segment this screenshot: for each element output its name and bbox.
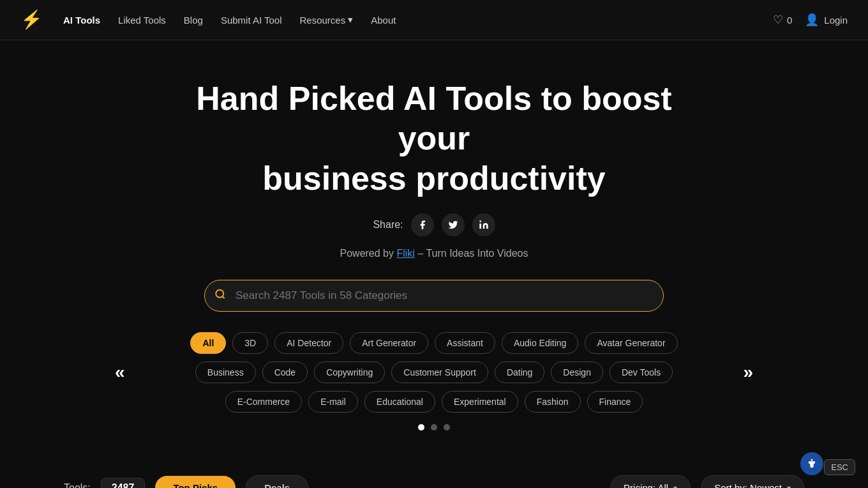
accessibility-icon[interactable] xyxy=(800,452,823,475)
nav-resources[interactable]: Resources ▾ xyxy=(300,14,354,26)
powered-by: Powered by Fliki – Turn Ideas Into Video… xyxy=(13,248,855,259)
category-finance[interactable]: Finance xyxy=(587,391,643,413)
twitter-share-icon[interactable] xyxy=(442,213,465,236)
linkedin-share-icon[interactable] xyxy=(472,213,495,236)
pricing-chevron-icon: ▾ xyxy=(673,484,677,488)
heart-icon: ♡ xyxy=(773,13,783,27)
category-ecommerce[interactable]: E-Commerce xyxy=(225,391,302,413)
tools-label: Tools: xyxy=(64,482,91,488)
nav-about[interactable]: About xyxy=(371,15,396,26)
sort-chevron-icon: ▾ xyxy=(787,484,791,488)
top-picks-button[interactable]: Top Picks xyxy=(155,476,236,488)
fliki-link[interactable]: Fliki xyxy=(396,248,414,259)
sort-dropdown[interactable]: Sort by: Newest ▾ xyxy=(701,475,804,488)
category-avatar-generator[interactable]: Avatar Generator xyxy=(585,332,677,354)
deals-button[interactable]: Deals xyxy=(246,475,308,488)
category-dating[interactable]: Dating xyxy=(495,362,544,383)
svg-line-2 xyxy=(222,296,224,298)
chevron-down-icon: ▾ xyxy=(348,14,353,26)
nav-right: ♡ 0 👤 Login xyxy=(773,13,848,27)
svg-point-0 xyxy=(479,221,481,223)
dot-1[interactable] xyxy=(418,424,424,431)
category-design[interactable]: Design xyxy=(551,362,603,383)
hero-title: Hand Picked AI Tools to boost your busin… xyxy=(179,79,689,198)
category-educational[interactable]: Educational xyxy=(364,391,435,413)
svg-point-1 xyxy=(216,290,223,298)
category-email[interactable]: E-mail xyxy=(308,391,358,413)
search-input[interactable] xyxy=(204,280,664,312)
categories-row-2: Business Code Copywriting Customer Suppo… xyxy=(140,362,728,383)
nav-submit-ai-tool[interactable]: Submit AI Tool xyxy=(221,15,282,26)
category-ai-detector[interactable]: AI Detector xyxy=(274,332,343,354)
logo[interactable]: ⚡ xyxy=(20,11,43,29)
user-icon: 👤 xyxy=(805,13,819,27)
liked-count: 0 xyxy=(787,15,792,26)
nav-liked-tools[interactable]: Liked Tools xyxy=(118,15,166,26)
category-assistant[interactable]: Assistant xyxy=(435,332,495,354)
logo-icon: ⚡ xyxy=(20,11,43,29)
search-icon xyxy=(214,289,226,303)
category-customer-support[interactable]: Customer Support xyxy=(391,362,488,383)
dot-2[interactable] xyxy=(431,424,437,431)
category-copywriting[interactable]: Copywriting xyxy=(314,362,385,383)
category-fashion[interactable]: Fashion xyxy=(525,391,581,413)
category-3d[interactable]: 3D xyxy=(232,332,268,354)
hero-section: Hand Picked AI Tools to boost your busin… xyxy=(0,40,868,475)
categories-row-3: E-Commerce E-mail Educational Experiment… xyxy=(140,391,728,413)
svg-point-3 xyxy=(811,459,813,461)
category-audio-editing[interactable]: Audio Editing xyxy=(502,332,579,354)
categories-next-button[interactable]: » xyxy=(743,362,753,383)
share-label: Share: xyxy=(373,219,403,231)
tools-count: 2487 xyxy=(101,478,146,488)
esc-badge[interactable]: ESC xyxy=(824,459,855,475)
category-code[interactable]: Code xyxy=(262,362,308,383)
search-container xyxy=(204,280,664,312)
categories-row-1: All 3D AI Detector Art Generator Assista… xyxy=(140,332,728,354)
category-dev-tools[interactable]: Dev Tools xyxy=(610,362,673,383)
category-art-generator[interactable]: Art Generator xyxy=(350,332,428,354)
dot-3[interactable] xyxy=(444,424,450,431)
facebook-share-icon[interactable] xyxy=(411,213,434,236)
categories-section: « All 3D AI Detector Art Generator Assis… xyxy=(115,332,753,413)
category-business[interactable]: Business xyxy=(195,362,256,383)
nav-ai-tools[interactable]: AI Tools xyxy=(63,15,100,26)
navbar: ⚡ AI Tools Liked Tools Blog Submit AI To… xyxy=(0,0,868,40)
share-row: Share: xyxy=(13,213,855,236)
categories-prev-button[interactable]: « xyxy=(115,362,125,383)
nav-blog[interactable]: Blog xyxy=(184,15,203,26)
pricing-dropdown[interactable]: Pricing: All ▾ xyxy=(610,475,691,488)
tools-bar: Tools: 2487 Top Picks Deals Pricing: All… xyxy=(0,475,868,488)
liked-button[interactable]: ♡ 0 xyxy=(773,13,792,27)
carousel-dots xyxy=(13,424,855,431)
nav-links: AI Tools Liked Tools Blog Submit AI Tool… xyxy=(63,14,752,26)
category-all[interactable]: All xyxy=(190,332,226,354)
login-button[interactable]: 👤 Login xyxy=(805,13,848,27)
category-experimental[interactable]: Experimental xyxy=(442,391,518,413)
